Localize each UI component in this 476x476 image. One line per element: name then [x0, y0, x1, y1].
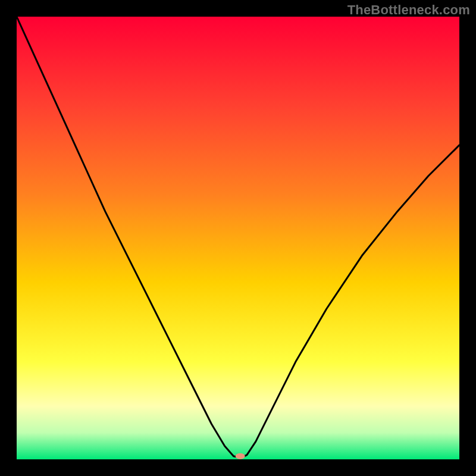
watermark-text: TheBottleneck.com: [347, 2, 470, 18]
optimal-marker: [236, 453, 245, 459]
bottleneck-chart-svg: [17, 17, 459, 459]
plot-area: [17, 17, 459, 459]
gradient-background: [17, 17, 459, 459]
chart-frame: TheBottleneck.com: [0, 0, 476, 476]
